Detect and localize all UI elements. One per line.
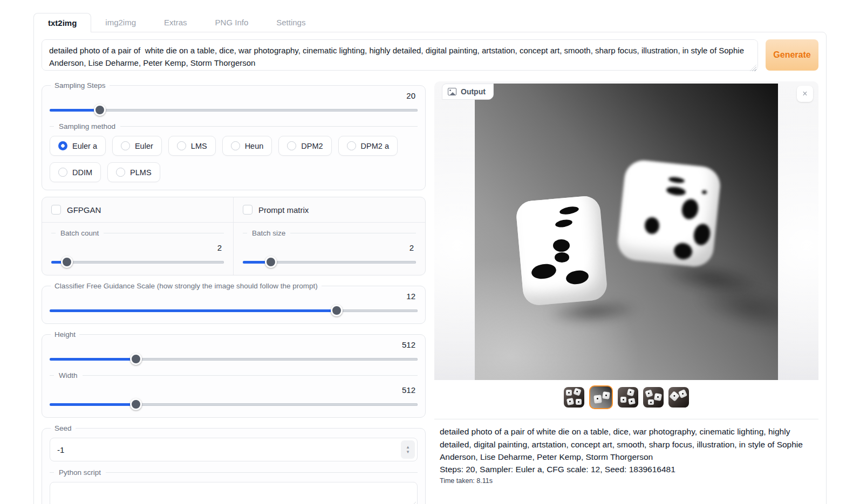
python-script-label: Python script — [50, 468, 418, 477]
gallery-thumbnails — [434, 384, 818, 410]
height-label: Height — [51, 330, 79, 339]
settings-column: Sampling Steps 20 Sampling method Euler … — [42, 81, 426, 504]
generated-image[interactable] — [475, 84, 778, 380]
options-panel: GFPGAN Prompt matrix Batch count 2 — [42, 197, 426, 275]
die-right — [621, 163, 717, 264]
radio-dpm2-a[interactable]: DPM2 a — [338, 136, 398, 156]
sampling-method-label: Sampling method — [50, 122, 418, 130]
caption-prompt: detailed photo of a pair of white die on… — [440, 425, 810, 464]
close-icon[interactable]: × — [797, 86, 813, 102]
radio-dot — [177, 141, 186, 150]
output-label: Output — [461, 87, 486, 96]
image-icon — [448, 88, 456, 95]
dimensions-panel: Height 512 Width 512 — [42, 330, 426, 418]
cfg-label: Classifier Free Guidance Scale (how stro… — [51, 282, 322, 290]
txt2img-panel: detailed photo of a pair of white die on… — [33, 32, 827, 504]
slider-thumb[interactable] — [130, 398, 142, 410]
tab-img2img[interactable]: img2img — [91, 13, 150, 32]
cfg-value: 12 — [50, 291, 418, 305]
thumbnail-3[interactable] — [618, 387, 638, 408]
tab-bar: txt2img img2img Extras PNG Info Settings — [33, 12, 827, 32]
slider-thumb[interactable] — [61, 256, 73, 268]
batch-size-value: 2 — [243, 243, 416, 257]
radio-dot — [231, 141, 240, 150]
prompt-box: detailed photo of a pair of white die on… — [42, 39, 758, 73]
python-script-input[interactable] — [50, 482, 418, 504]
batch-size-label: Batch size — [243, 229, 416, 237]
tab-png-info[interactable]: PNG Info — [201, 13, 263, 32]
batch-count-value: 2 — [51, 243, 224, 257]
thumbnail-1[interactable] — [564, 387, 584, 408]
tab-settings[interactable]: Settings — [262, 13, 319, 32]
height-value: 512 — [50, 340, 418, 354]
caption-params: Steps: 20, Sampler: Euler a, CFG scale: … — [440, 465, 810, 474]
gfpgan-checkbox[interactable]: GFPGAN — [51, 205, 224, 215]
height-slider[interactable] — [50, 354, 418, 364]
slider-thumb[interactable] — [265, 256, 277, 268]
output-caption: detailed photo of a pair of white die on… — [434, 419, 818, 492]
checkbox-icon — [243, 205, 252, 215]
seed-input[interactable] — [50, 438, 418, 461]
batch-count-slider[interactable] — [51, 257, 224, 267]
slider-thumb[interactable] — [130, 353, 142, 365]
spinner-down-icon[interactable]: ▾ — [407, 450, 409, 454]
thumbnail-2-selected[interactable] — [589, 385, 613, 409]
prompt-matrix-checkbox[interactable]: Prompt matrix — [243, 205, 416, 215]
sampling-steps-slider[interactable] — [50, 105, 418, 115]
thumbnail-4[interactable] — [643, 387, 664, 408]
batch-size-slider[interactable] — [243, 257, 416, 267]
radio-dot — [116, 168, 125, 177]
output-stage: Output × — [434, 81, 818, 380]
radio-euler[interactable]: Euler — [112, 136, 162, 156]
width-slider[interactable] — [50, 399, 418, 410]
cfg-panel: Classifier Free Guidance Scale (how stro… — [42, 282, 426, 324]
radio-dot — [121, 141, 130, 150]
radio-dpm2[interactable]: DPM2 — [278, 136, 331, 156]
thumbnail-5[interactable] — [668, 387, 689, 408]
caption-time-taken: Time taken: 8.11s — [440, 477, 810, 485]
app-window: txt2img img2img Extras PNG Info Settings… — [33, 12, 827, 504]
number-spinner[interactable]: ▴ ▾ — [401, 440, 415, 459]
radio-dot — [58, 141, 67, 150]
sampling-steps-label: Sampling Steps — [51, 81, 110, 89]
prompt-row: detailed photo of a pair of white die on… — [42, 39, 818, 73]
batch-count-label: Batch count — [51, 229, 224, 237]
radio-ddim[interactable]: DDIM — [50, 162, 101, 182]
output-header: Output — [442, 84, 494, 100]
slider-thumb[interactable] — [331, 305, 343, 316]
output-column: Output × — [434, 81, 818, 504]
checkbox-icon — [51, 205, 61, 215]
sampling-steps-value: 20 — [50, 91, 418, 105]
width-label: Width — [50, 371, 418, 379]
tab-txt2img[interactable]: txt2img — [33, 13, 91, 32]
slider-thumb[interactable] — [94, 104, 106, 116]
radio-plms[interactable]: PLMS — [107, 162, 160, 182]
cfg-slider[interactable] — [50, 305, 418, 316]
seed-panel: Seed ▴ ▾ Python script — [42, 424, 426, 504]
radio-euler-a[interactable]: Euler a — [50, 136, 106, 156]
sampling-panel: Sampling Steps 20 Sampling method Euler … — [42, 81, 426, 190]
width-value: 512 — [50, 385, 418, 399]
radio-lms[interactable]: LMS — [168, 136, 216, 156]
radio-dot — [347, 141, 356, 150]
radio-dot — [58, 168, 67, 177]
seed-label: Seed — [51, 424, 76, 432]
radio-heun[interactable]: Heun — [222, 136, 272, 156]
python-script-box — [50, 482, 418, 504]
tab-extras[interactable]: Extras — [150, 13, 201, 32]
sampling-method-group: Euler a Euler LMS Heun DPM2 DPM2 a DDIM … — [50, 136, 418, 182]
radio-dot — [287, 141, 296, 150]
die-left — [520, 198, 604, 303]
generate-button[interactable]: Generate — [766, 39, 818, 71]
prompt-input[interactable]: detailed photo of a pair of white die on… — [42, 39, 758, 71]
